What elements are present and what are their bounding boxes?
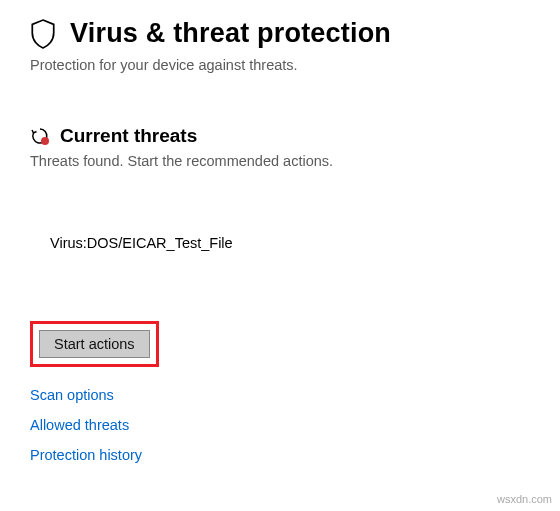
shield-icon [30, 19, 56, 49]
protection-history-link[interactable]: Protection history [30, 447, 142, 463]
allowed-threats-link[interactable]: Allowed threats [30, 417, 129, 433]
svg-point-0 [41, 137, 49, 145]
start-actions-button[interactable]: Start actions [39, 330, 150, 358]
title-row: Virus & threat protection [30, 18, 530, 49]
scan-options-link[interactable]: Scan options [30, 387, 114, 403]
threat-item[interactable]: Virus:DOS/EICAR_Test_File [30, 235, 530, 251]
section-subtitle: Threats found. Start the recommended act… [30, 153, 530, 169]
section-title: Current threats [60, 125, 197, 147]
section-title-row: Current threats [30, 125, 530, 147]
page-header: Virus & threat protection Protection for… [0, 0, 560, 73]
highlight-box: Start actions [30, 321, 159, 367]
links-group: Scan options Allowed threats Protection … [30, 387, 530, 463]
action-area: Start actions [30, 321, 530, 367]
clock-refresh-icon [30, 126, 50, 146]
page-subtitle: Protection for your device against threa… [30, 57, 530, 73]
current-threats-section: Current threats Threats found. Start the… [0, 125, 560, 463]
page-title: Virus & threat protection [70, 18, 391, 49]
watermark: wsxdn.com [497, 493, 552, 505]
